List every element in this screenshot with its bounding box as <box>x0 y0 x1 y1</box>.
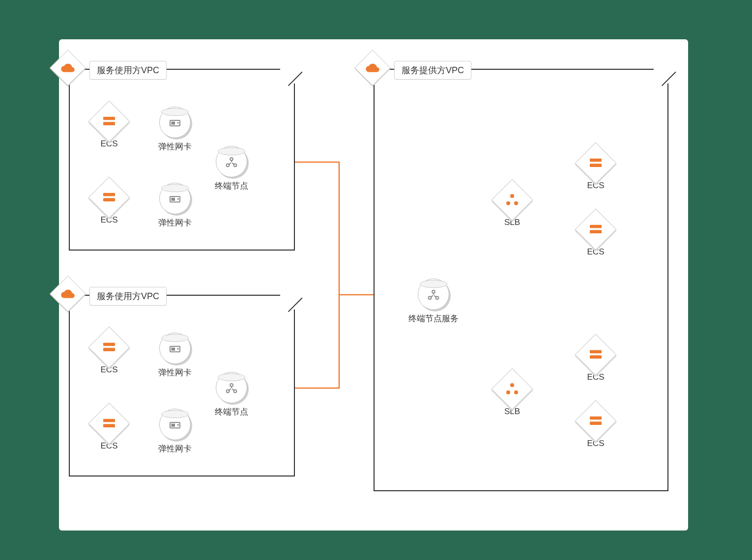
loadbalancer-icon <box>492 368 533 410</box>
server-icon <box>88 327 130 368</box>
server-icon <box>575 142 617 184</box>
vpc-consumer-1: 服务使用方VPC ECS ECS 弹性网卡 弹性网卡 终端节点 <box>69 69 295 251</box>
eni-node: 弹性网卡 <box>158 409 192 454</box>
vpc-title: 服务使用方VPC <box>89 287 167 306</box>
svg-rect-14 <box>103 343 115 346</box>
svg-point-10 <box>177 198 179 200</box>
server-icon <box>575 400 617 442</box>
svg-rect-9 <box>172 198 175 201</box>
svg-rect-4 <box>103 198 115 201</box>
svg-rect-37 <box>590 164 602 167</box>
slb-node: SLB <box>497 185 527 227</box>
svg-rect-1 <box>103 117 115 120</box>
svg-rect-3 <box>103 193 115 196</box>
ecs-node: ECS <box>94 333 124 375</box>
vpc-title: 服务提供方VPC <box>394 61 471 80</box>
endpoint-node: 终端节点 <box>215 372 248 418</box>
server-icon <box>88 101 130 142</box>
ecs-node: ECS <box>581 340 610 382</box>
ecs-node: ECS <box>94 183 124 225</box>
svg-point-32 <box>514 201 518 205</box>
svg-rect-42 <box>590 417 602 420</box>
svg-point-31 <box>506 201 510 205</box>
server-icon <box>88 177 130 219</box>
svg-rect-41 <box>590 355 602 359</box>
svg-point-23 <box>177 424 179 426</box>
cloud-icon <box>50 50 86 86</box>
ecs-node: ECS <box>94 107 124 149</box>
svg-rect-36 <box>590 159 602 162</box>
svg-point-34 <box>506 391 510 394</box>
eni-node: 弹性网卡 <box>158 107 192 152</box>
ecs-node: ECS <box>581 148 610 191</box>
svg-rect-6 <box>172 122 175 125</box>
cloud-icon <box>354 50 391 86</box>
cloud-icon <box>50 276 86 312</box>
svg-rect-2 <box>103 122 115 125</box>
svg-rect-16 <box>103 419 115 422</box>
nic-icon <box>159 333 191 364</box>
svg-rect-17 <box>103 424 115 427</box>
vpc-provider: 服务提供方VPC 终端节点服务 SLB SLB ECS ECS ECS ECS <box>374 69 668 491</box>
endpoint-service-node: 终端节点服务 <box>406 279 461 324</box>
svg-rect-22 <box>172 424 175 427</box>
hub-icon <box>216 372 247 403</box>
nic-icon <box>159 183 191 214</box>
nic-icon <box>159 107 191 138</box>
svg-point-11 <box>230 158 233 161</box>
nic-icon <box>159 409 191 440</box>
server-icon <box>575 209 617 251</box>
svg-rect-43 <box>590 421 602 425</box>
eni-node: 弹性网卡 <box>158 183 192 228</box>
vpc-title: 服务使用方VPC <box>89 61 167 80</box>
svg-point-35 <box>514 391 518 394</box>
loadbalancer-icon <box>492 179 533 221</box>
svg-rect-38 <box>590 225 602 228</box>
slb-node: SLB <box>497 374 527 417</box>
hub-icon <box>418 279 449 310</box>
server-icon <box>88 403 130 445</box>
svg-point-20 <box>177 348 179 350</box>
svg-point-7 <box>177 122 179 124</box>
hub-icon <box>216 146 247 177</box>
svg-rect-19 <box>172 348 175 351</box>
ecs-node: ECS <box>94 409 124 451</box>
ecs-node: ECS <box>581 406 610 448</box>
ecs-node: ECS <box>581 215 610 257</box>
diagram-canvas: 服务使用方VPC ECS ECS 弹性网卡 弹性网卡 终端节点 服务使用方VPC <box>59 39 688 531</box>
svg-point-30 <box>510 194 514 198</box>
svg-rect-39 <box>590 230 602 233</box>
vpc-consumer-2: 服务使用方VPC ECS ECS 弹性网卡 弹性网卡 终端节点 <box>69 295 295 476</box>
endpoint-node: 终端节点 <box>215 146 248 192</box>
svg-rect-15 <box>103 348 115 351</box>
svg-rect-40 <box>590 350 602 354</box>
server-icon <box>575 334 617 376</box>
svg-point-33 <box>510 383 514 387</box>
eni-node: 弹性网卡 <box>158 333 192 378</box>
svg-point-24 <box>230 384 233 387</box>
svg-point-27 <box>432 290 435 293</box>
